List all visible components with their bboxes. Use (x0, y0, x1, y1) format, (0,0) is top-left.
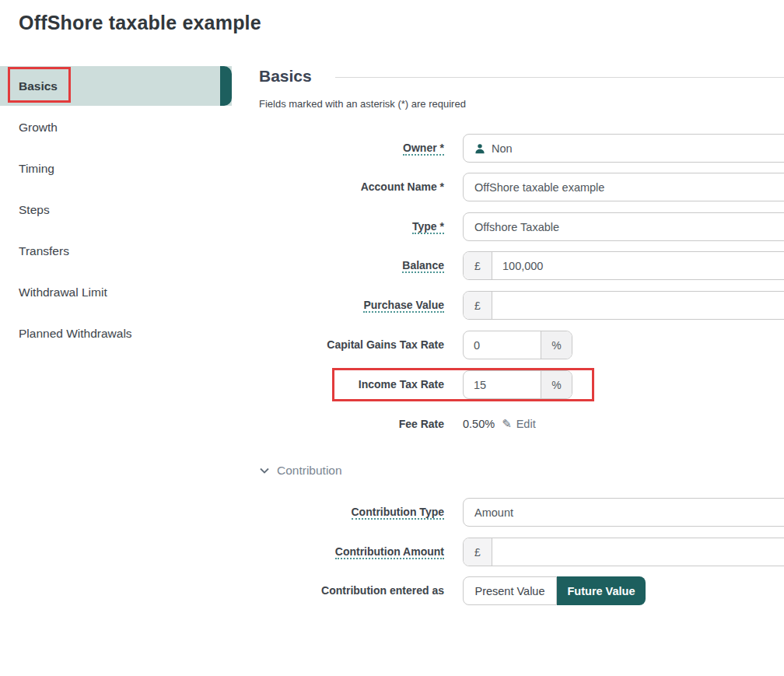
purchase-value-value (492, 292, 502, 319)
capital-gains-tax-rate-label: Capital Gains Tax Rate (259, 331, 444, 359)
contribution-entered-as-toggle: Present Value Future Value (463, 576, 646, 605)
contribution-type-value: Amount (464, 506, 513, 519)
owner-label: Owner * (259, 134, 444, 163)
currency-prefix: £ (464, 538, 492, 566)
account-editor-page: OffShore taxable example Basics Growth T… (0, 0, 784, 676)
sidebar-item-withdrawal-limit[interactable]: Withdrawal Limit (19, 285, 107, 301)
type-value: Offshore Taxable (464, 221, 559, 233)
future-value-button[interactable]: Future Value (557, 576, 646, 605)
contribution-type-field[interactable]: Amount (463, 498, 784, 527)
currency-prefix: £ (464, 252, 492, 279)
page-title: OffShore taxable example (19, 12, 261, 34)
chevron-down-icon (260, 468, 269, 474)
contribution-type-label: Contribution Type (259, 498, 444, 527)
owner-value: Non (485, 142, 513, 155)
type-label: Type * (259, 212, 444, 241)
currency-prefix: £ (464, 292, 492, 319)
capital-gains-tax-rate-field[interactable]: 0 % (463, 331, 572, 359)
contribution-section-toggle[interactable]: Contribution (260, 464, 342, 478)
fee-rate-row: 0.50% ✎ Edit (463, 417, 536, 431)
sidebar-item-growth[interactable]: Growth (19, 121, 58, 136)
fee-rate-edit-link[interactable]: ✎ Edit (502, 417, 536, 431)
required-note: Fields marked with an asterisk (*) are r… (259, 98, 466, 110)
selected-tab-cap (220, 66, 232, 106)
sidebar-item-basics[interactable]: Basics (0, 66, 232, 106)
balance-value: 100,000 (492, 252, 543, 279)
contribution-amount-field[interactable]: £ (463, 538, 784, 566)
account-name-label: Account Name * (259, 173, 444, 201)
sidebar-item-transfers[interactable]: Transfers (19, 244, 69, 260)
income-tax-rate-label: Income Tax Rate (259, 370, 444, 399)
sidebar-item-timing[interactable]: Timing (19, 162, 54, 177)
purchase-value-label: Purchase Value (259, 291, 444, 320)
fee-rate-value: 0.50% (463, 418, 495, 430)
purchase-value-field[interactable]: £ (463, 291, 784, 320)
percent-suffix: % (541, 371, 572, 398)
owner-field[interactable]: Non (463, 134, 784, 163)
balance-field[interactable]: £ 100,000 (463, 251, 784, 280)
contribution-section-label: Contribution (277, 464, 342, 478)
sidebar-item-label: Basics (19, 66, 58, 106)
income-tax-rate-value: 15 (464, 371, 541, 398)
person-icon (474, 143, 485, 154)
sidebar-item-steps[interactable]: Steps (19, 203, 50, 219)
type-field[interactable]: Offshore Taxable (463, 212, 784, 241)
percent-suffix: % (541, 331, 572, 359)
contribution-entered-as-label: Contribution entered as (259, 576, 444, 605)
balance-label: Balance (259, 251, 444, 280)
edit-label: Edit (516, 418, 536, 430)
section-divider (335, 77, 784, 78)
fee-rate-label: Fee Rate (259, 410, 444, 439)
sidebar-item-planned-withdrawals[interactable]: Planned Withdrawals (19, 327, 132, 342)
account-name-field[interactable]: OffShore taxable example (463, 173, 784, 201)
pencil-icon: ✎ (502, 417, 512, 431)
contribution-amount-label: Contribution Amount (259, 538, 444, 566)
income-tax-rate-field[interactable]: 15 % (463, 370, 572, 399)
section-title: Basics (259, 67, 312, 86)
account-name-value: OffShore taxable example (464, 181, 604, 194)
present-value-button[interactable]: Present Value (463, 576, 557, 605)
capital-gains-tax-rate-value: 0 (464, 331, 541, 359)
contribution-amount-value (492, 538, 502, 566)
